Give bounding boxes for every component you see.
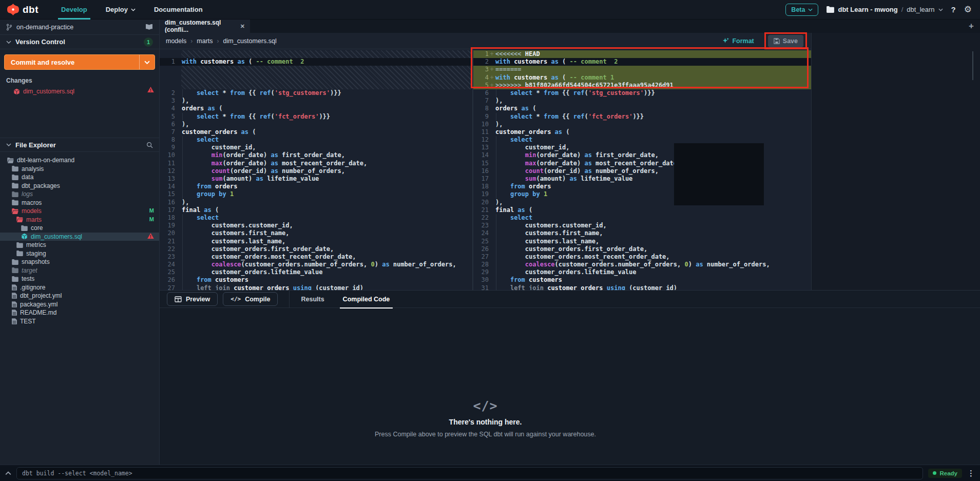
tree-item[interactable]: martsM (0, 216, 159, 224)
nav-tab-deploy[interactable]: Deploy (97, 0, 145, 19)
new-tab-icon[interactable]: + (969, 21, 980, 31)
tree-item[interactable]: dbt_packages (0, 182, 159, 190)
modified-badge: M (149, 207, 154, 214)
file-icon (12, 284, 17, 291)
project-selector[interactable]: dbt Learn - mwong / dbt_learn (827, 6, 943, 13)
dbt-logo[interactable]: dbt (0, 0, 52, 19)
header-divider (289, 291, 290, 308)
code-line: 4orders as ( (160, 105, 472, 112)
folder-icon (12, 191, 18, 197)
code-line: 25 customer_orders.lifetime_value (160, 268, 472, 276)
breadcrumb-marts[interactable]: marts (197, 37, 213, 45)
tree-item-label: data (22, 174, 33, 181)
code-line: 22 select (473, 214, 811, 222)
version-control-header[interactable]: Version Control 1 (0, 35, 159, 49)
tree-item-label: macros (22, 199, 42, 206)
changed-file-item[interactable]: dim_customers.sql (0, 86, 159, 97)
settings-gear-icon[interactable]: ⚙ (964, 4, 972, 15)
tree-item-label: target (22, 267, 37, 274)
code-line: 10), (473, 121, 811, 128)
command-bar: dbt build --select <model_name> Ready ⋮ (0, 465, 980, 481)
tab-results[interactable]: Results (301, 291, 324, 308)
breadcrumb-models[interactable]: models (166, 37, 186, 45)
tree-item-label: dim_customers.sql (31, 233, 82, 240)
save-button[interactable]: Save (768, 35, 803, 47)
tree-item-label: models (22, 207, 42, 215)
split-editor[interactable]: 1with customers as ( -- comment 22 selec… (160, 49, 811, 290)
format-label: Format (732, 37, 754, 45)
sparkle-icon (722, 37, 729, 44)
code-line: 2with customers as ( -- comment 2 (473, 58, 811, 66)
breadcrumb-file[interactable]: dim_customers.sql (223, 37, 277, 45)
tree-item[interactable]: README.md (0, 309, 159, 317)
tree-item[interactable]: .gitignore (0, 283, 159, 292)
preview-button[interactable]: Preview (167, 292, 218, 306)
code-line: 1with customers as ( -- comment 2 (160, 58, 472, 66)
save-floppy-icon (774, 38, 780, 44)
code-line: 27 left join customer_orders using (cust… (160, 284, 472, 290)
file-explorer-header[interactable]: File Explorer (0, 138, 159, 152)
save-annotation-box: Save (764, 32, 807, 50)
git-branch-row[interactable]: on-demand-practice (0, 20, 159, 35)
tree-item[interactable]: analysis (0, 165, 159, 174)
nav-tab-develop[interactable]: Develop (52, 0, 97, 19)
branch-name: on-demand-practice (16, 24, 73, 31)
command-input[interactable]: dbt build --select <model_name> (16, 467, 923, 479)
compile-button[interactable]: </> Compile (223, 292, 278, 306)
folder-icon (12, 259, 18, 265)
tree-item-label: snapshots (22, 258, 50, 265)
tree-item[interactable]: dbt_project.yml (0, 292, 159, 300)
compiled-code-empty-state: </> There's nothing here. Press Compile … (160, 308, 811, 438)
docs-book-icon[interactable] (145, 24, 153, 30)
commit-and-resolve-button[interactable]: Commit and resolve (4, 54, 155, 70)
search-icon[interactable] (146, 142, 153, 148)
tree-item[interactable]: staging (0, 249, 159, 258)
code-line: 1+<<<<<<< HEAD (473, 50, 811, 58)
code-line: 23 customers.customer_id, (473, 222, 811, 229)
code-line: 17final as ( (160, 206, 472, 214)
folder-open-icon (16, 217, 23, 222)
commit-options-caret[interactable] (139, 55, 155, 69)
tree-item[interactable]: target (0, 266, 159, 275)
chevron-up-icon[interactable] (5, 471, 11, 475)
tree-item[interactable]: dim_customers.sql (0, 233, 159, 241)
editor-tab-strip: dim_customers.sql (confli... ✕ + (160, 20, 980, 33)
command-input-value: dbt build --select <model_name> (22, 470, 132, 477)
tree-item[interactable]: packages.yml (0, 300, 159, 309)
tree-item[interactable]: core (0, 224, 159, 233)
tree-item[interactable]: tests (0, 275, 159, 283)
scrollbar-thumb[interactable] (972, 51, 973, 80)
preview-label: Preview (186, 296, 210, 303)
beta-dropdown[interactable]: Beta (785, 4, 818, 16)
editor-pane-working[interactable]: 1with customers as ( -- comment 22 selec… (160, 49, 472, 290)
file-tree: dbt-learn-on-demandanalysisdatadbt_packa… (0, 152, 159, 325)
tab-compiled-code[interactable]: Compiled Code (343, 291, 390, 308)
tree-item[interactable]: macros (0, 199, 159, 207)
tree-item[interactable]: snapshots (0, 258, 159, 266)
tree-item[interactable]: data (0, 173, 159, 182)
tree-item-label: README.md (20, 309, 56, 316)
code-line: 6 select * from {{ ref('stg_customers')}… (473, 89, 811, 97)
editor-tab-title: dim_customers.sql (confli... (165, 19, 235, 33)
breadcrumb-separator: › (190, 37, 193, 45)
model-cube-icon (21, 233, 28, 240)
code-line: 21 customers.last_name, (160, 238, 472, 245)
tree-item[interactable]: logs (0, 190, 159, 199)
close-tab-icon[interactable]: ✕ (240, 23, 245, 30)
folder-icon (12, 276, 18, 282)
tree-item[interactable]: metrics (0, 241, 159, 249)
tree-item[interactable]: TEST (0, 317, 159, 326)
help-icon[interactable]: ? (951, 5, 956, 14)
editor-tab-dim-customers[interactable]: dim_customers.sql (confli... ✕ (160, 20, 250, 33)
tree-item[interactable]: modelsM (0, 207, 159, 216)
chevron-down-icon (131, 8, 136, 11)
format-button[interactable]: Format (722, 37, 754, 45)
code-line: 8orders as ( (473, 105, 811, 112)
tree-item-label: staging (26, 250, 46, 257)
tree-item[interactable]: dbt-learn-on-demand (0, 156, 159, 165)
chevron-down-icon (6, 143, 11, 146)
file-icon (12, 310, 17, 316)
overflow-menu-icon[interactable]: ⋮ (967, 469, 975, 478)
chevron-down-icon (808, 8, 813, 11)
nav-tab-documentation[interactable]: Documentation (145, 0, 212, 19)
